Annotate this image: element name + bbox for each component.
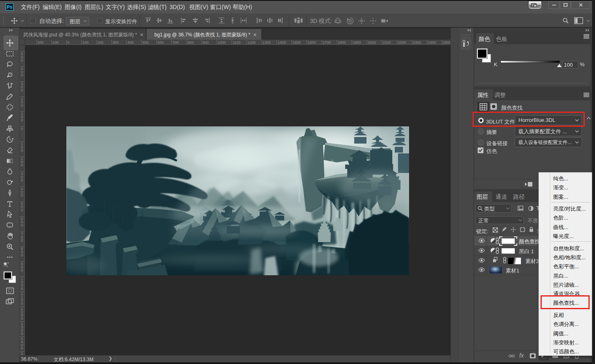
svg-text:0: 0 <box>21 332 23 336</box>
svg-text:0: 0 <box>21 118 23 122</box>
svg-text:0: 0 <box>21 346 23 351</box>
svg-text:1600: 1600 <box>308 40 316 45</box>
svg-text:800: 800 <box>188 40 194 45</box>
svg-text:1000: 1000 <box>217 40 226 45</box>
svg-text:900: 900 <box>203 40 209 45</box>
svg-text:1300: 1300 <box>262 40 271 45</box>
svg-text:0: 0 <box>21 238 23 243</box>
svg-text:400: 400 <box>127 40 133 45</box>
svg-text:0: 0 <box>21 223 23 227</box>
svg-text:300: 300 <box>113 40 119 45</box>
svg-text:0: 0 <box>21 103 23 108</box>
svg-text:0: 0 <box>21 287 23 291</box>
svg-text:1700: 1700 <box>323 40 331 45</box>
svg-text:200: 200 <box>97 40 104 45</box>
svg-text:1400: 1400 <box>278 40 286 45</box>
svg-text:100: 100 <box>52 40 59 45</box>
svg-text:0: 0 <box>21 193 23 198</box>
svg-text:500: 500 <box>143 40 149 45</box>
svg-text:1800: 1800 <box>338 40 346 45</box>
svg-text:200: 200 <box>37 40 43 45</box>
svg-text:2300: 2300 <box>413 40 421 45</box>
svg-text:0: 0 <box>21 163 23 167</box>
svg-text:1900: 1900 <box>353 40 361 45</box>
svg-text:0: 0 <box>21 253 23 257</box>
svg-text:0: 0 <box>21 88 23 92</box>
svg-text:1500: 1500 <box>293 40 301 45</box>
svg-text:0: 0 <box>21 58 23 63</box>
svg-text:0: 0 <box>21 127 23 131</box>
svg-text:600: 600 <box>158 40 164 45</box>
svg-text:1200: 1200 <box>248 40 256 45</box>
svg-text:0: 0 <box>21 208 23 212</box>
svg-text:100: 100 <box>82 40 88 45</box>
svg-text:0: 0 <box>21 268 23 272</box>
svg-text:0: 0 <box>21 148 23 153</box>
svg-text:2200: 2200 <box>398 40 406 45</box>
svg-text:0: 0 <box>21 301 23 306</box>
svg-text:2400: 2400 <box>428 40 436 45</box>
svg-text:0: 0 <box>21 178 23 182</box>
svg-text:700: 700 <box>172 40 179 45</box>
svg-text:0: 0 <box>21 73 23 77</box>
svg-text:2000: 2000 <box>368 40 376 45</box>
svg-text:0: 0 <box>68 40 70 45</box>
svg-text:2100: 2100 <box>383 40 391 45</box>
svg-text:0: 0 <box>21 317 23 321</box>
